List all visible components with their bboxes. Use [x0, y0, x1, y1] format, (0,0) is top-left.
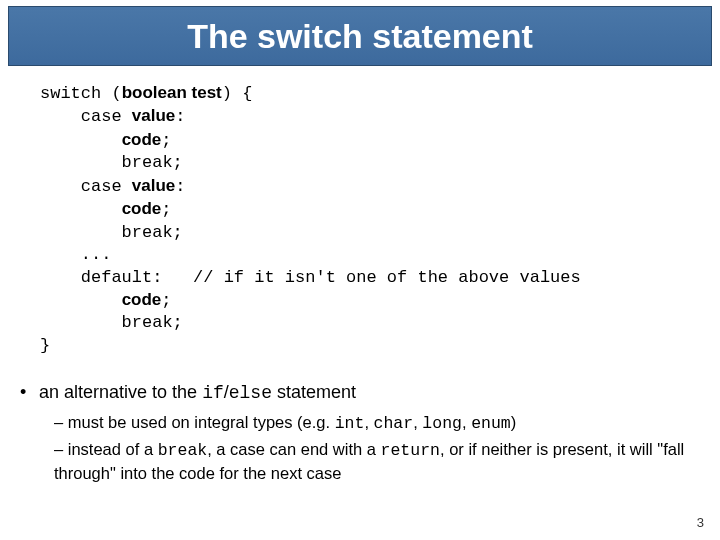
- code-enum: enum: [471, 414, 511, 433]
- code-line-7: break;: [40, 223, 183, 242]
- bullet-2b-text-a: instead of a: [68, 440, 158, 458]
- bullet-1-text-b: statement: [272, 382, 356, 402]
- code-else: else: [229, 383, 272, 403]
- slide: The switch statement switch (boolean tes…: [0, 0, 720, 540]
- code-block: switch (boolean test) { case value: code…: [40, 82, 700, 357]
- bullet-2a: – must be used on integral types (e.g. i…: [54, 411, 700, 435]
- title-bar: The switch statement: [8, 6, 712, 66]
- code-line-12: }: [40, 336, 50, 355]
- sep: ,: [364, 413, 373, 431]
- code-return: return: [381, 441, 440, 460]
- paren: ): [511, 413, 517, 431]
- code-line-2: case value:: [40, 107, 186, 126]
- code-line-5: case value:: [40, 177, 186, 196]
- bullet-2b: – instead of a break, a case can end wit…: [54, 438, 700, 485]
- code-line-1: switch (boolean test) {: [40, 84, 252, 103]
- sep: ,: [462, 413, 471, 431]
- bullet-2a-text: must be used on integral types (e.g.: [68, 413, 335, 431]
- code-line-3: code;: [40, 131, 172, 150]
- code-line-10: code;: [40, 291, 172, 310]
- code-if: if: [202, 383, 224, 403]
- bullet-list: • an alternative to the if/else statemen…: [20, 380, 700, 484]
- bullet-1: • an alternative to the if/else statemen…: [20, 380, 700, 405]
- sep: ,: [413, 413, 422, 431]
- bullet-1-text-a: an alternative to the: [39, 382, 202, 402]
- page-number: 3: [697, 515, 704, 530]
- code-break: break: [158, 441, 208, 460]
- code-line-8: ...: [40, 245, 111, 264]
- code-line-4: break;: [40, 153, 183, 172]
- bullet-2b-text-b: , a case can end with a: [207, 440, 380, 458]
- code-line-6: code;: [40, 200, 172, 219]
- slide-title: The switch statement: [187, 17, 533, 56]
- code-line-11: break;: [40, 313, 183, 332]
- bullet-icon: •: [20, 380, 34, 404]
- code-int: int: [335, 414, 365, 433]
- code-line-9: default: // if it isn't one of the above…: [40, 268, 581, 287]
- code-long: long: [422, 414, 462, 433]
- code-char: char: [374, 414, 414, 433]
